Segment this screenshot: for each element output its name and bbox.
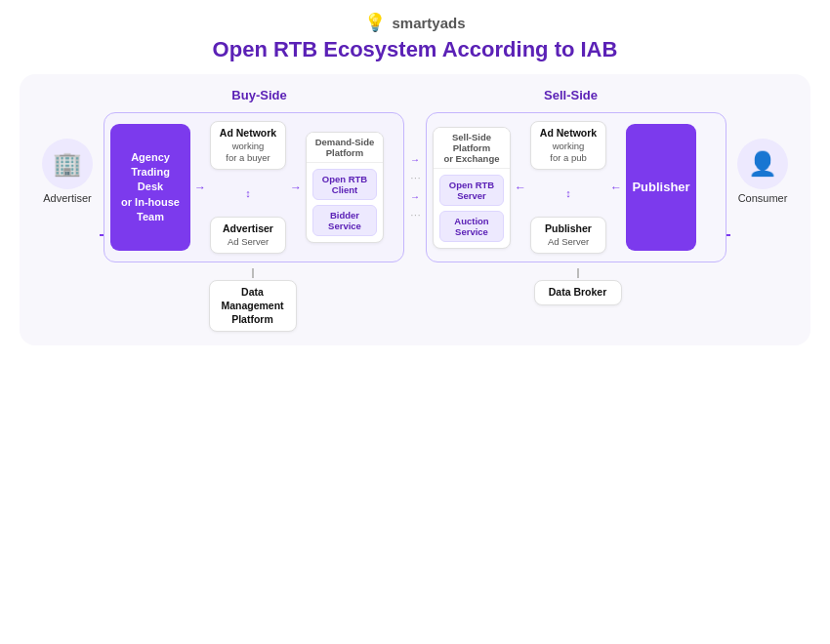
buy-middle-to-dsp-arrow: → bbox=[290, 181, 302, 194]
ad-network-pub-card: Ad Network workingfor a pub bbox=[530, 121, 606, 170]
data-broker-title: Data Broker bbox=[541, 286, 615, 300]
open-rtb-client-card: Open RTBClient bbox=[312, 169, 377, 200]
agency-text: Agency Trading Desk or In-house Team bbox=[118, 150, 183, 225]
data-broker-col: Data Broker bbox=[534, 268, 622, 305]
advertiser-actor: 🏢 Advertiser bbox=[35, 88, 100, 204]
sell-side-header: Sell-Side bbox=[415, 88, 726, 106]
dsp-card: Demand-SidePlatform Open RTBClient Bidde… bbox=[306, 132, 384, 243]
bidder-service-card: BidderService bbox=[312, 205, 377, 236]
dsp-items: Open RTBClient BidderService bbox=[307, 163, 383, 242]
buy-zone: Agency Trading Desk or In-house Team → bbox=[104, 112, 404, 262]
full-layout: 🏢 Advertiser Buy-Side Sell-Side bbox=[35, 88, 795, 332]
logo-row: 💡 smartyads bbox=[364, 12, 465, 33]
adnetwork-pub-down-arrow: ↕ bbox=[565, 187, 571, 199]
dotted-connector2: · · · bbox=[411, 210, 420, 221]
diagram-container: 🏢 Advertiser Buy-Side Sell-Side bbox=[20, 74, 810, 345]
sell-to-buy-arrow: → bbox=[410, 191, 420, 202]
side-header-row: Buy-Side Sell-Side bbox=[104, 88, 726, 106]
buy-to-sell-arrow: → bbox=[410, 154, 420, 165]
page: 💡 smartyads Open RTB Ecosystem According… bbox=[0, 0, 830, 644]
advertiser-label: Advertiser bbox=[43, 192, 92, 204]
dmp-connector-line bbox=[252, 268, 254, 278]
publisher-ad-server-card: Publisher Ad Server bbox=[530, 217, 606, 254]
content-row: Agency Trading Desk or In-house Team → bbox=[104, 112, 726, 262]
advertiser-ad-server-card: Advertiser Ad Server bbox=[210, 217, 286, 254]
agency-trading-desk-box: Agency Trading Desk or In-house Team bbox=[110, 124, 190, 251]
advertiser-icon: 🏢 bbox=[42, 139, 93, 189]
sell-middle-col: Ad Network workingfor a pub ↕ Publisher … bbox=[530, 121, 606, 254]
auction-service-card: AuctionService bbox=[439, 211, 504, 242]
consumer-actor: 👤 Consumer bbox=[730, 88, 795, 204]
pub-ad-server-title: Publisher bbox=[537, 222, 600, 236]
ad-network-buyer-card: Ad Network workingfor a buyer bbox=[210, 121, 286, 170]
data-broker-connector-line bbox=[577, 268, 579, 278]
publisher-box: Publisher bbox=[626, 124, 696, 251]
ssp-header: Sell-SidePlatformor Exchange bbox=[434, 128, 510, 169]
ad-network-buyer-title: Ad Network bbox=[217, 127, 279, 141]
dsp-header: Demand-SidePlatform bbox=[307, 133, 383, 163]
dmp-col: DataManagementPlatform bbox=[209, 268, 297, 332]
buy-side-header: Buy-Side bbox=[104, 88, 415, 106]
logo-icon: 💡 bbox=[364, 12, 386, 33]
publisher-label: Publisher bbox=[632, 179, 689, 196]
agency-to-adnetwork-arrow: → bbox=[194, 181, 206, 194]
ad-network-pub-title: Ad Network bbox=[537, 127, 600, 141]
open-rtb-server-card: Open RTBServer bbox=[439, 175, 504, 206]
ssp-items: Open RTBServer AuctionService bbox=[434, 169, 510, 248]
pub-ad-server-sub: Ad Server bbox=[537, 236, 600, 248]
page-title: Open RTB Ecosystem According to IAB bbox=[213, 37, 618, 62]
zone-connector: → · · · → · · · bbox=[408, 112, 422, 262]
ad-network-buyer-sub: workingfor a buyer bbox=[217, 141, 279, 165]
sell-zone: Sell-SidePlatformor Exchange Open RTBSer… bbox=[426, 112, 726, 262]
advertiser-ad-server-sub: Ad Server bbox=[217, 236, 279, 248]
adnetwork-down-arrow: ↕ bbox=[245, 187, 251, 199]
bottom-row: DataManagementPlatform Data Broker bbox=[104, 268, 726, 332]
consumer-icon: 👤 bbox=[737, 139, 788, 189]
sell-to-buy-dotted: · · · bbox=[411, 173, 420, 183]
ad-network-pub-sub: workingfor a pub bbox=[537, 141, 600, 165]
bottom-sell: Data Broker bbox=[429, 268, 726, 305]
logo-text: smartyads bbox=[392, 15, 465, 31]
center-content: Buy-Side Sell-Side Agency Trading Desk o… bbox=[104, 88, 726, 332]
right-connector bbox=[726, 234, 730, 236]
buy-middle-col: Ad Network workingfor a buyer ↕ Advertis… bbox=[210, 121, 286, 254]
ssp-to-adnetwork-arrow: ← bbox=[515, 181, 526, 194]
dmp-title: DataManagementPlatform bbox=[216, 286, 290, 326]
adnetwork-to-publisher-arrow: ← bbox=[610, 181, 622, 194]
bottom-buy: DataManagementPlatform bbox=[104, 268, 401, 332]
advertiser-ad-server-title: Advertiser bbox=[217, 222, 279, 236]
consumer-label: Consumer bbox=[738, 192, 788, 204]
ssp-card: Sell-SidePlatformor Exchange Open RTBSer… bbox=[433, 127, 511, 249]
dmp-card: DataManagementPlatform bbox=[209, 280, 297, 332]
data-broker-card: Data Broker bbox=[534, 280, 622, 305]
